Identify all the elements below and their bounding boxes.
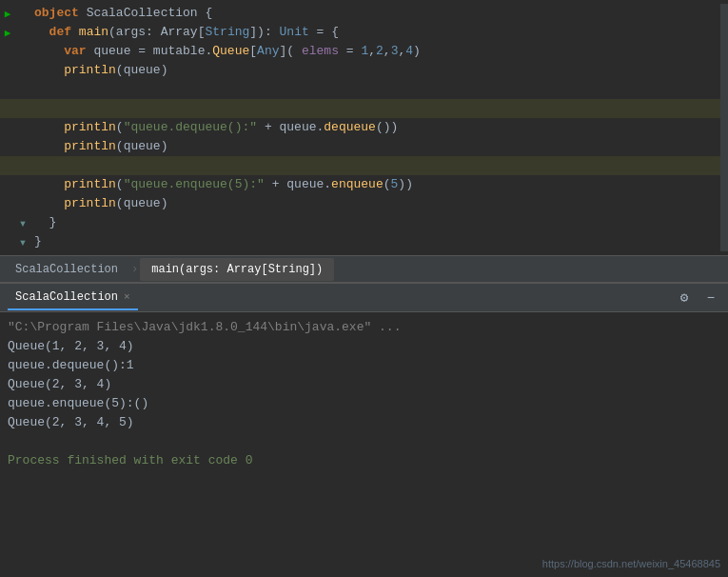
- output-tab-scalacollection[interactable]: ScalaCollection ×: [8, 286, 138, 310]
- output-line-empty: [8, 432, 720, 451]
- editor-lines: ▶ object ScalaCollection { ▶ def main(ar…: [0, 4, 728, 251]
- output-line-cmd: "C:\Program Files\Java\jdk1.8.0_144\bin\…: [8, 318, 720, 337]
- breadcrumb-label: ScalaCollection: [15, 263, 118, 276]
- code-content: }: [30, 213, 728, 232]
- gear-icon: ⚙: [680, 289, 688, 306]
- breadcrumb-label-main: main(args: Array[String]): [151, 263, 323, 276]
- breadcrumb-tab-main[interactable]: main(args: Array[String]): [140, 258, 334, 281]
- code-content: def main(args: Array[String]): Unit = {: [30, 23, 728, 42]
- minus-icon: −: [707, 290, 715, 306]
- breadcrumb-tab-scalacollection[interactable]: ScalaCollection: [4, 258, 129, 281]
- code-content: [30, 156, 728, 175]
- run-arrow-gutter: [0, 194, 15, 213]
- fold-gutter: [15, 23, 30, 42]
- run-arrow-gutter: [0, 61, 15, 80]
- output-panel: ScalaCollection × ⚙ − "C:\Program Files\…: [0, 282, 728, 577]
- output-line-3: Queue(2, 3, 4): [8, 375, 720, 394]
- editor-scrollbar[interactable]: [720, 4, 728, 251]
- fold-gutter: [15, 175, 30, 194]
- output-header: ScalaCollection × ⚙ −: [0, 284, 728, 312]
- run-arrow-icon[interactable]: ▶: [5, 27, 11, 39]
- output-line-1: Queue(1, 2, 3, 4): [8, 337, 720, 356]
- code-content: println(queue): [30, 137, 728, 156]
- fold-gutter: [15, 137, 30, 156]
- code-content: println(queue): [30, 61, 728, 80]
- fold-gutter: [15, 118, 30, 137]
- fold-gutter[interactable]: ▾: [15, 232, 30, 251]
- code-line: ▶ def main(args: Array[String]): Unit = …: [0, 23, 728, 42]
- code-line: ▾ }: [0, 232, 728, 251]
- editor-area: ▶ object ScalaCollection { ▶ def main(ar…: [0, 0, 728, 255]
- run-arrow-gutter: [0, 213, 15, 232]
- breadcrumb-separator: ›: [131, 263, 138, 276]
- code-line-highlighted: [0, 99, 728, 118]
- run-arrow-gutter: [0, 137, 15, 156]
- run-arrow-gutter: ▶: [0, 23, 15, 42]
- fold-gutter: [15, 99, 30, 118]
- run-arrow-icon[interactable]: ▶: [5, 8, 11, 20]
- fold-gutter: [15, 61, 30, 80]
- code-line: [0, 80, 728, 99]
- output-tab-close-button[interactable]: ×: [124, 291, 130, 303]
- code-content: println("queue.enqueue(5):" + queue.enqu…: [30, 175, 728, 194]
- run-arrow-gutter: [0, 175, 15, 194]
- output-gear-button[interactable]: ⚙: [675, 288, 694, 308]
- code-content: }: [30, 232, 728, 251]
- code-line: ▶ object ScalaCollection {: [0, 4, 728, 23]
- run-arrow-gutter: [0, 232, 15, 251]
- watermark: https://blog.csdn.net/weixin_45468845: [542, 558, 720, 569]
- code-line: println(queue): [0, 137, 728, 156]
- fold-gutter: [15, 194, 30, 213]
- output-tab-label: ScalaCollection: [15, 290, 118, 304]
- output-line-process: Process finished with exit code 0: [8, 451, 720, 470]
- code-content: object ScalaCollection {: [30, 4, 728, 23]
- output-line-5: Queue(2, 3, 4, 5): [8, 413, 720, 432]
- run-arrow-gutter: ▶: [0, 4, 15, 23]
- run-arrow-gutter: [0, 42, 15, 61]
- run-arrow-gutter: [0, 118, 15, 137]
- code-content: [30, 99, 728, 118]
- fold-gutter: [15, 156, 30, 175]
- code-line: println("queue.dequeue():" + queue.deque…: [0, 118, 728, 137]
- code-content: var queue = mutable.Queue[Any]( elems = …: [30, 42, 728, 61]
- code-line: println("queue.enqueue(5):" + queue.enqu…: [0, 175, 728, 194]
- output-header-controls: ⚙ −: [675, 288, 720, 308]
- output-minimize-button[interactable]: −: [701, 288, 720, 308]
- fold-gutter: [15, 80, 30, 99]
- run-arrow-gutter: [0, 156, 15, 175]
- breadcrumb-bar: ScalaCollection › main(args: Array[Strin…: [0, 255, 728, 282]
- code-line-highlighted: [0, 156, 728, 175]
- run-arrow-gutter: [0, 80, 15, 99]
- code-content: [30, 80, 728, 99]
- code-content: println(queue): [30, 194, 728, 213]
- output-line-2: queue.dequeue():1: [8, 356, 720, 375]
- code-content: println("queue.dequeue():" + queue.deque…: [30, 118, 728, 137]
- fold-gutter: [15, 4, 30, 23]
- code-line: ▾ }: [0, 213, 728, 232]
- code-line: println(queue): [0, 61, 728, 80]
- code-line: println(queue): [0, 194, 728, 213]
- code-line: var queue = mutable.Queue[Any]( elems = …: [0, 42, 728, 61]
- fold-gutter[interactable]: ▾: [15, 213, 30, 232]
- editor-wrapper: ▶ object ScalaCollection { ▶ def main(ar…: [0, 4, 728, 251]
- output-content: "C:\Program Files\Java\jdk1.8.0_144\bin\…: [0, 312, 728, 577]
- fold-gutter: [15, 42, 30, 61]
- output-line-4: queue.enqueue(5):(): [8, 394, 720, 413]
- run-arrow-gutter: [0, 99, 15, 118]
